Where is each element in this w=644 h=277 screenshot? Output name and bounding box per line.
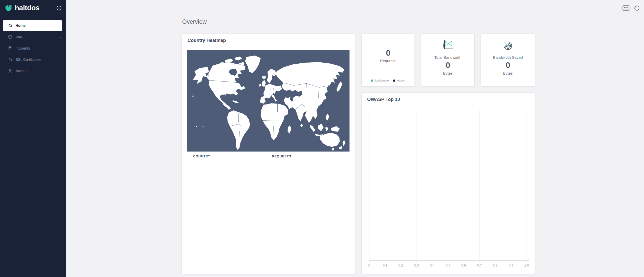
shield-check-icon (8, 35, 13, 40)
total-bandwidth-value: 0 (421, 61, 474, 70)
attack-dot (393, 79, 395, 82)
legend-label-legitimate: Legitimate (375, 79, 389, 82)
gridline (527, 110, 527, 260)
gridline (479, 110, 480, 260)
x-tick-label: 0.1 (383, 263, 387, 267)
sidebar-collapse-button[interactable] (56, 5, 62, 11)
owasp-plot: 00.10.20.30.40.50.60.70.80.91.0 (369, 110, 527, 260)
home-icon (8, 23, 13, 28)
x-tick-label: 0.4 (430, 263, 434, 267)
lock-icon (8, 57, 13, 62)
requests-value: 0 (362, 49, 414, 58)
radar-rings-icon (481, 40, 535, 51)
country-heatmap-card: Country Heatmap (182, 34, 355, 274)
x-tick-label: 0 (368, 263, 370, 267)
column-header-country: COUNTRY (193, 152, 210, 161)
requests-label: Requests (362, 59, 414, 63)
bandwidth-saved-unit: Bytes (481, 71, 535, 75)
sidebar-item-label: SSL Certificates (16, 57, 41, 62)
sidebar-item-account[interactable]: Account (0, 65, 66, 76)
owasp-top10-card: OWASP Top 10 00.10.20.30.40.50.60.70.80.… (362, 93, 535, 274)
news-card-icon (623, 5, 629, 11)
total-bandwidth-stat-card: Total Bandwidth 0 Bytes (421, 34, 474, 86)
world-map[interactable] (187, 50, 350, 152)
gridline (448, 110, 448, 260)
logout-button[interactable] (634, 5, 640, 11)
x-tick-label: 0.7 (477, 263, 482, 267)
haltdos-dashboard: { "brand": { "name": "haltdos" }, "sideb… (0, 0, 644, 277)
bandwidth-saved-stat-card: Bandwidth Saved 0 Bytes (481, 34, 535, 86)
person-icon (8, 68, 13, 73)
x-axis-line (369, 260, 529, 261)
gridline (511, 110, 511, 260)
bandwidth-line-chart-icon (421, 40, 474, 50)
bandwidth-saved-value: 0 (481, 61, 535, 70)
x-tick-label: 0.2 (398, 263, 403, 267)
legend-label-attack: Attack (397, 79, 405, 82)
requests-legend: Legitimate Attack (362, 79, 414, 82)
x-tick-label: 0.5 (446, 263, 450, 267)
brand-name: haltdos (15, 4, 39, 12)
power-icon (634, 5, 640, 11)
country-table-header: COUNTRY REQUESTS (186, 152, 351, 161)
logo-row: haltdos (5, 3, 62, 13)
gridline (385, 110, 385, 260)
requests-stat-card: 0 Requests Legitimate Attack (362, 34, 414, 86)
sidebar-item-label: Incidents (16, 46, 30, 50)
target-circle-icon (56, 5, 62, 11)
page-title: Overview (182, 18, 207, 25)
x-tick-label: 0.3 (414, 263, 419, 267)
x-tick-label: 0.6 (461, 263, 466, 267)
owasp-card-title: OWASP Top 10 (367, 97, 400, 102)
gridline (369, 110, 369, 260)
x-tick-label: 0.8 (493, 263, 497, 267)
sidebar-nav: Home WAF › Incidents (0, 20, 66, 76)
sidebar-item-waf[interactable]: WAF › (0, 31, 66, 43)
bandwidth-saved-label: Bandwidth Saved (481, 55, 535, 60)
legitimate-dot (371, 79, 373, 82)
heatmap-card-title: Country Heatmap (188, 38, 226, 43)
x-tick-label: 1.0 (524, 263, 529, 267)
sidebar-item-incidents[interactable]: Incidents (0, 43, 66, 54)
chevron-right-icon: › (60, 35, 61, 39)
header-actions (623, 5, 640, 11)
sidebar-item-label: Account (16, 69, 29, 73)
gridline (495, 110, 495, 260)
column-header-requests: REQUESTS (272, 152, 291, 161)
flag-icon (8, 46, 13, 51)
haltdos-logo-icon (5, 5, 12, 11)
total-bandwidth-label: Total Bandwidth (421, 55, 474, 60)
sidebar-item-label: Home (16, 24, 26, 28)
sidebar: haltdos Home (0, 0, 66, 277)
x-tick-label: 0.9 (509, 263, 513, 267)
sidebar-item-label: WAF (16, 35, 24, 39)
gridline (432, 110, 432, 260)
gridline (417, 110, 417, 260)
gridline (401, 110, 401, 260)
total-bandwidth-unit: Bytes (421, 71, 474, 75)
gridline (464, 110, 464, 260)
sidebar-item-ssl-certificates[interactable]: SSL Certificates (0, 54, 66, 65)
sidebar-item-home[interactable]: Home (3, 20, 62, 31)
news-card-button[interactable] (623, 5, 629, 11)
